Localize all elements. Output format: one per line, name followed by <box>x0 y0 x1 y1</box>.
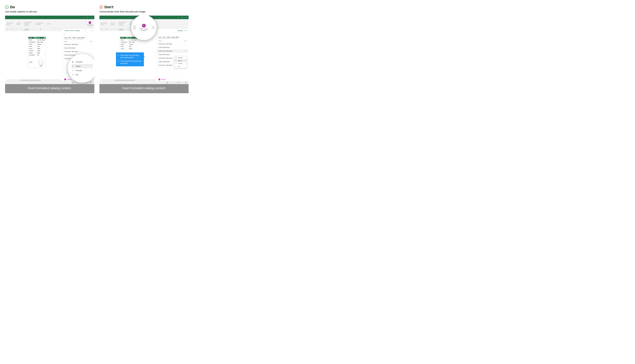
zoom-slider[interactable] <box>175 82 182 83</box>
list-item[interactable]: Contoso 60 - 65w Equal <box>63 43 94 46</box>
search-result-title: LED - R30 - 2700K - Warm White <box>63 36 94 38</box>
sort-label[interactable]: Name <box>158 40 161 42</box>
collapse-ribbon-icon[interactable]: ˅ <box>187 29 188 30</box>
page-layout-view-icon[interactable] <box>74 82 76 84</box>
column-header[interactable]: L <box>29 29 38 31</box>
menu-insert[interactable]: ⇤Insert <box>174 59 187 62</box>
menu-insert[interactable]: ⇤Insert <box>72 64 93 68</box>
zoom-in-icon[interactable]: + <box>183 82 184 83</box>
table-row: DescriptionWarm white <box>28 41 46 43</box>
table-row: Name60 - 65w Equal <box>120 39 137 41</box>
column-header[interactable]: I <box>15 29 20 31</box>
horizontal-scrollbar[interactable] <box>101 79 156 81</box>
taskpane-dropdown-icon[interactable]: ▼ <box>85 30 87 31</box>
do-subtitle: Use simple captions & call-outs. <box>5 10 94 13</box>
cross-circle-icon: ✕ <box>99 5 103 9</box>
list-item[interactable]: Contoso 85w Equal <box>157 53 188 56</box>
list-item[interactable]: Contoso 85w Equal <box>157 46 188 49</box>
table-row: ShapeBR30 <box>28 52 46 54</box>
taskpane-title: Catalog <box>177 30 183 32</box>
table-row: Temp2700 <box>120 46 137 47</box>
product-data-table: Lable▾ Value▾ Name60 - 65w Equal Descrip… <box>28 36 46 68</box>
lightbulb-icon <box>89 21 91 24</box>
zoom-level[interactable]: 100% <box>184 82 187 83</box>
table-row: Temp2700 <box>28 46 46 47</box>
list-item[interactable]: Contoso 60 - 65w Equal <box>63 50 94 54</box>
dont-subtitle: Communicate more than one point per imag… <box>99 10 189 13</box>
collapse-ribbon-icon[interactable]: ˅ <box>93 29 94 30</box>
sort-arrow-icon[interactable]: ↓ <box>68 41 68 42</box>
close-button[interactable]: ✕ <box>90 16 94 19</box>
taskpane-dropdown-icon[interactable]: ▼ <box>184 30 186 31</box>
maximize-button[interactable]: ☐ <box>180 16 184 19</box>
list-view-icon[interactable]: ☰ <box>184 40 185 42</box>
hamburger-menu-icon[interactable]: ≡ <box>63 32 94 36</box>
zoom-out-icon[interactable]: − <box>173 82 174 83</box>
column-header[interactable]: I <box>109 29 114 31</box>
page-break-view-icon[interactable] <box>170 82 172 84</box>
table-header-label[interactable]: Lable▾ <box>120 37 128 39</box>
spreadsheet-grid[interactable]: G H I J K L M Lable▾ V <box>5 29 63 81</box>
page-break-view-icon[interactable] <box>76 82 78 84</box>
list-view-icon[interactable]: ☰ <box>90 41 91 42</box>
menu-format[interactable]: ≑Format <box>174 62 187 65</box>
sort-arrow-icon[interactable]: ↓ <box>162 40 162 42</box>
menu-preview[interactable]: ◐Preview <box>72 60 93 64</box>
maximize-button[interactable]: ☐ <box>86 16 90 19</box>
more-icon[interactable]: • • • <box>184 50 187 52</box>
lightbulb-icon <box>142 24 146 28</box>
column-header[interactable]: H <box>10 29 15 31</box>
column-header[interactable]: G <box>99 29 104 31</box>
filter-dropdown-icon[interactable]: ▾ <box>44 37 45 38</box>
zoom-level[interactable]: 100% <box>90 82 93 83</box>
product-data-table: Lable▾ Value▾ Name60 - 65w Equal Descrip… <box>120 36 138 50</box>
filter-dropdown-icon[interactable]: ▾ <box>126 37 127 38</box>
grid-view-icon[interactable]: ⊞ <box>91 41 93 42</box>
table-row: BrandConsoto <box>28 43 46 45</box>
list-item[interactable]: Contoso 60 - 65w Equal <box>157 42 188 46</box>
taskpane-footer[interactable]: C Contoso <box>157 78 188 81</box>
sort-label[interactable]: Name <box>64 41 67 42</box>
contoso-badge: C <box>158 78 160 80</box>
column-header[interactable]: K <box>119 29 124 31</box>
normal-view-icon[interactable] <box>72 82 74 84</box>
normal-view-icon[interactable] <box>166 82 168 84</box>
table-header-label[interactable]: Lable▾ <box>28 37 36 39</box>
column-header[interactable]: M <box>38 29 43 31</box>
format-icon: ≑ <box>175 63 177 64</box>
column-header[interactable]: H <box>104 29 109 31</box>
column-header[interactable]: K <box>24 29 29 31</box>
do-title: Do <box>10 5 15 9</box>
menu-pin[interactable]: ⤲Pin <box>72 72 93 77</box>
search-result-title: LED - R30 - 2700K - Warm White <box>157 36 188 38</box>
column-header[interactable]: L <box>124 29 132 31</box>
addin-label-1: Parts Catalog <box>87 24 93 25</box>
menu-format[interactable]: ≑Format <box>72 68 93 72</box>
pin-icon: ⤲ <box>175 66 177 67</box>
filter-dropdown-icon[interactable]: ▾ <box>35 37 36 38</box>
do-card: ─ ☐ ✕ Parts Catalog <box>5 16 94 93</box>
column-header[interactable]: G <box>5 29 10 31</box>
horizontal-scrollbar[interactable] <box>6 79 61 81</box>
ribbon: Parts Catalog Contoso ˅ <box>5 19 94 29</box>
callout-a-prefix: A. <box>118 54 119 59</box>
zoom-in-icon[interactable]: + <box>89 82 89 83</box>
list-item[interactable]: Contoso 85w Equal <box>63 46 94 50</box>
contoso-badge: C <box>64 78 66 80</box>
minimize-button[interactable]: ─ <box>82 16 85 19</box>
taskpane-close-icon[interactable]: ✕ <box>92 30 93 32</box>
column-header[interactable]: J <box>114 29 119 31</box>
menu-pin[interactable]: ⤲Pin <box>174 65 187 68</box>
column-header[interactable]: J <box>20 29 24 31</box>
minimize-button[interactable]: ─ <box>176 16 180 19</box>
parts-catalog-ribbon-button[interactable]: Parts Catalog Contoso <box>87 21 93 26</box>
table-row: DescriptionWarm white <box>120 41 137 43</box>
taskpane-close-icon[interactable]: ✕ <box>186 30 187 32</box>
page-layout-view-icon[interactable] <box>168 82 170 84</box>
grid-view-icon[interactable]: ⊞ <box>185 40 187 42</box>
close-button[interactable]: ✕ <box>184 16 188 19</box>
list-item[interactable]: Contoso 60 - 65w Equal• • • <box>157 49 188 53</box>
addin-label-2: Contoso <box>88 25 92 26</box>
table-header-value[interactable]: Value▾ <box>37 37 46 39</box>
menu-preview[interactable]: ◐Preview <box>174 56 187 59</box>
